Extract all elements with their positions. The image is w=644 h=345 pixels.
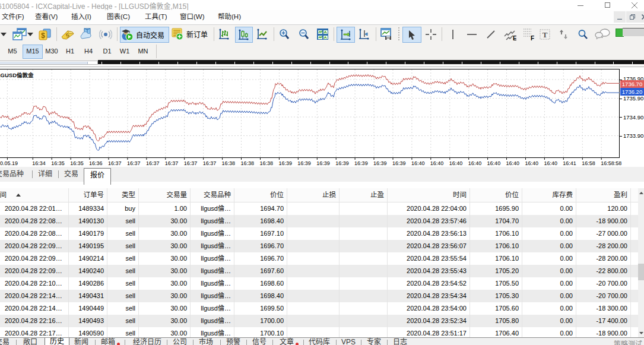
zoom-out-button[interactable] <box>297 27 310 42</box>
toolbox-tab-邮箱[interactable]: 邮箱 <box>100 338 116 345</box>
panel-tab-详细[interactable]: 详细 <box>38 167 59 182</box>
column-header-close-time[interactable]: 时间 <box>387 188 467 201</box>
line-chart-button[interactable] <box>255 27 269 42</box>
timeframe-MN[interactable]: MN <box>135 45 151 58</box>
timeframe-W1[interactable]: W1 <box>116 45 133 58</box>
trendline-button[interactable] <box>486 27 496 42</box>
price-chart[interactable] <box>0 69 644 160</box>
history-row[interactable]: 2020.04.28 22:14…1490449sell30.00llgusd倫… <box>0 302 638 315</box>
chart-shift-button[interactable] <box>357 27 371 42</box>
column-header-type[interactable]: 类型 <box>107 188 135 201</box>
history-row[interactable]: 2020.04.28 22:08…1490130sell30.00llgusd倫… <box>0 215 638 227</box>
templates-button[interactable] <box>380 27 394 42</box>
history-row[interactable]: 2020.04.28 22:09…1490214sell30.00llgusd倫… <box>0 252 638 265</box>
column-header-sl[interactable]: 止损 <box>287 188 336 201</box>
column-header-swap[interactable]: 库存费 <box>522 188 573 201</box>
column-header-volume[interactable]: 交易量 <box>138 188 187 201</box>
window-close-button[interactable] <box>626 0 643 10</box>
menu-工具[interactable]: 工具(T) <box>145 10 167 24</box>
menu-窗口[interactable]: 窗口(W) <box>180 10 205 24</box>
history-row[interactable]: 2020.04.28 22:16…1490493sell30.00llgusd倫… <box>0 315 638 327</box>
bar-chart-button[interactable] <box>217 27 231 42</box>
column-header-open-price[interactable]: 价位 <box>234 188 284 201</box>
toolbox-tab-交易[interactable]: 交易 <box>0 338 10 345</box>
candlestick-chart-button[interactable] <box>235 27 253 43</box>
tile-windows-button[interactable] <box>316 27 329 42</box>
history-row[interactable]: 2020.04.28 22:09…1490240sell30.00llgusd倫… <box>0 265 638 277</box>
timeframe-H4[interactable]: H4 <box>80 45 97 58</box>
table-vertical-scrollbar[interactable] <box>638 188 644 337</box>
new-order-button[interactable]: 新订单 <box>170 27 208 42</box>
chat-button[interactable] <box>594 27 610 42</box>
chart-dropdown-button[interactable] <box>27 27 34 42</box>
toolbox-tab-新闻[interactable]: 新闻 <box>72 338 90 345</box>
history-row[interactable]: 2020.04.28 22:08…1490179sell30.00llgusd倫… <box>0 227 638 240</box>
toolbox-tab-预警[interactable]: 预警 <box>225 338 242 345</box>
panel-tab-交易[interactable]: 交易 <box>64 167 85 182</box>
scroll-up-button[interactable] <box>638 188 644 197</box>
toolbox-tab-VPS[interactable]: VPS <box>340 338 357 345</box>
mdi-close-button[interactable] <box>638 11 644 23</box>
toolbox-tab-信号[interactable]: 信号 <box>251 338 268 345</box>
toolbox-tab-文章[interactable]: 文章 <box>278 338 295 345</box>
window-minimize-button[interactable] <box>572 0 589 10</box>
toolbox-tab-敞口[interactable]: 敞口 <box>22 338 39 345</box>
navigator-button[interactable] <box>79 27 94 42</box>
timeframe-M15[interactable]: M15 <box>23 45 43 59</box>
history-row[interactable]: 2020.04.28 22:09…1490195sell30.00llgusd倫… <box>0 240 638 252</box>
hscrollbar-track[interactable] <box>0 61 98 65</box>
hscrollbar-thumb[interactable] <box>0 62 88 64</box>
crosshair-button[interactable] <box>424 27 438 42</box>
history-row[interactable]: 2020.04.28 22:01…1489334buy1.00llgusd倫…1… <box>0 202 638 215</box>
column-header-order[interactable]: 订单号 <box>68 188 104 201</box>
scroll-down-button[interactable] <box>638 328 644 337</box>
timeframe-M30[interactable]: M30 <box>43 45 61 58</box>
menu-查看[interactable]: 查看(V) <box>35 10 58 24</box>
profiles-button[interactable]: $ <box>37 27 52 42</box>
column-header-close-price[interactable]: 价位 <box>469 188 519 201</box>
zoom-in-button[interactable] <box>277 27 291 42</box>
toolbox-tab-市场[interactable]: 市场 <box>198 338 214 345</box>
search-button[interactable] <box>577 27 588 42</box>
toolbox-tab-经济日历[interactable]: 经济日历 <box>130 338 164 345</box>
history-row[interactable]: 2020.04.28 22:17…1490590sell30.00llgusd倫… <box>0 327 638 338</box>
timeframe-H1[interactable]: H1 <box>62 45 78 58</box>
mdi-minimize-button[interactable] <box>614 11 626 23</box>
menu-文件[interactable]: 文件(F) <box>2 10 24 24</box>
window-dropdown-button[interactable] <box>0 27 8 42</box>
fibonacci-button[interactable]: F <box>522 27 535 42</box>
toolbox-tab-历史[interactable]: 历史 <box>45 338 69 345</box>
timeframe-D1[interactable]: D1 <box>99 45 115 58</box>
arrows-button[interactable] <box>558 27 570 42</box>
menu-帮助[interactable]: 帮助(H) <box>218 10 241 24</box>
column-header-profit[interactable]: 盈利 <box>576 188 627 201</box>
horizontal-line-button[interactable] <box>467 27 477 42</box>
history-row[interactable]: 2020.04.28 22:14…1490431sell30.00llgusd倫… <box>0 290 638 302</box>
column-header-symbol[interactable]: 交易品种 <box>190 188 231 201</box>
search-box[interactable] <box>623 28 644 36</box>
title-bar[interactable]: 61005804 - ICXCapital-Live - Hedge - [LL… <box>0 0 644 10</box>
mdi-restore-button[interactable] <box>626 11 638 23</box>
column-header-open-time[interactable]: 时间 <box>0 188 7 201</box>
history-row[interactable]: 2020.04.28 22:10…1490286sell30.00llgusd倫… <box>0 277 638 290</box>
toolbox-tab-代码库[interactable]: 代码库 <box>307 338 331 345</box>
toolbox-tab-日志[interactable]: 日志 <box>392 338 408 345</box>
hscrollbar-range[interactable] <box>98 60 644 64</box>
toolbox-tab-专家[interactable]: 专家 <box>366 338 382 345</box>
timeframe-M5[interactable]: M5 <box>4 45 21 58</box>
panel-tab-报价[interactable]: 报价 <box>84 168 111 185</box>
panel-tab-交易品种[interactable]: 交易品种 <box>0 167 33 182</box>
equidistant-channel-button[interactable]: E <box>503 27 516 42</box>
chart-window[interactable]: LLGUSD倫敦金 1736.901735.901734.901733.9017… <box>0 67 644 167</box>
cursor-button[interactable] <box>402 27 421 43</box>
new-chart-button[interactable] <box>12 27 27 42</box>
vertical-line-button[interactable] <box>449 27 456 42</box>
window-maximize-button[interactable] <box>598 0 616 10</box>
toolbox-tab-公司[interactable]: 公司 <box>172 338 188 345</box>
auto-scroll-button[interactable] <box>337 27 355 43</box>
market-watch-button[interactable]: 5 <box>60 27 75 42</box>
autotrading-button[interactable]: 自动交易 <box>120 27 169 43</box>
data-window-button[interactable] <box>98 27 113 42</box>
text-button[interactable]: T <box>539 27 551 42</box>
strategy-tester-label[interactable]: 策略测试 <box>614 338 642 345</box>
